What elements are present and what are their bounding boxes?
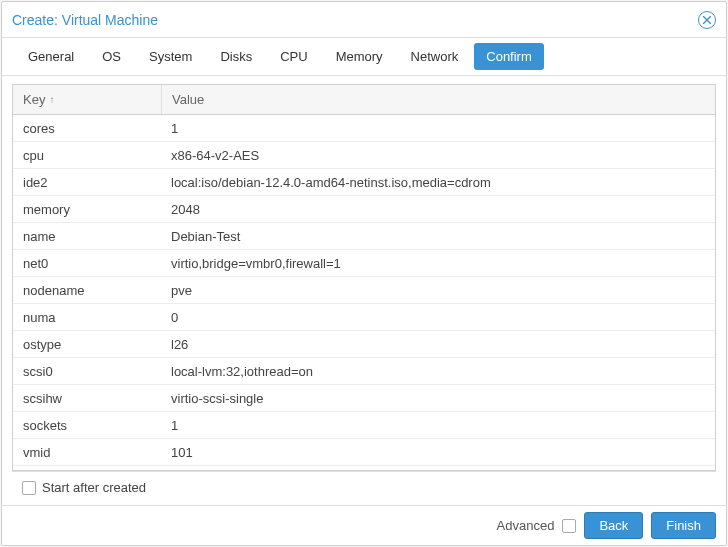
sort-asc-icon: ↑ <box>49 94 54 105</box>
tab-disks[interactable]: Disks <box>208 43 264 70</box>
finish-button[interactable]: Finish <box>651 512 716 539</box>
cell-value: 1 <box>161 121 715 136</box>
start-after-created-checkbox[interactable] <box>22 481 36 495</box>
cell-key: ide2 <box>13 175 161 190</box>
cell-key: net0 <box>13 256 161 271</box>
cell-value: virtio,bridge=vmbr0,firewall=1 <box>161 256 715 271</box>
cell-key: cpu <box>13 148 161 163</box>
tab-bar: General OS System Disks CPU Memory Netwo… <box>2 38 726 76</box>
cell-value: virtio-scsi-single <box>161 391 715 406</box>
cell-key: name <box>13 229 161 244</box>
table-row[interactable]: ostypel26 <box>13 331 715 358</box>
advanced-checkbox[interactable] <box>562 519 576 533</box>
cell-value: 0 <box>161 310 715 325</box>
cell-key: scsihw <box>13 391 161 406</box>
tab-general[interactable]: General <box>16 43 86 70</box>
cell-value: local:iso/debian-12.4.0-amd64-netinst.is… <box>161 175 715 190</box>
table-row[interactable]: numa0 <box>13 304 715 331</box>
dialog-footer: Advanced Back Finish <box>2 505 726 545</box>
cell-key: numa <box>13 310 161 325</box>
table-row[interactable]: sockets1 <box>13 412 715 439</box>
cell-key: vmid <box>13 445 161 460</box>
table-row[interactable]: scsihwvirtio-scsi-single <box>13 385 715 412</box>
table-row[interactable]: nameDebian-Test <box>13 223 715 250</box>
table-row[interactable]: cores1 <box>13 115 715 142</box>
create-vm-dialog: Create: Virtual Machine General OS Syste… <box>1 1 727 546</box>
cell-value: x86-64-v2-AES <box>161 148 715 163</box>
cell-value: Debian-Test <box>161 229 715 244</box>
dialog-title: Create: Virtual Machine <box>12 12 698 28</box>
advanced-label: Advanced <box>497 518 555 533</box>
column-header-value[interactable]: Value <box>161 85 715 114</box>
back-button[interactable]: Back <box>584 512 643 539</box>
table-row[interactable]: memory2048 <box>13 196 715 223</box>
tab-cpu[interactable]: CPU <box>268 43 319 70</box>
table-row[interactable]: nodenamepve <box>13 277 715 304</box>
cell-value: 101 <box>161 445 715 460</box>
column-header-key-label: Key <box>23 92 45 107</box>
table-row[interactable]: scsi0local-lvm:32,iothread=on <box>13 358 715 385</box>
close-icon[interactable] <box>698 11 716 29</box>
titlebar: Create: Virtual Machine <box>2 2 726 38</box>
column-header-value-label: Value <box>172 92 204 107</box>
cell-value: l26 <box>161 337 715 352</box>
cell-key: cores <box>13 121 161 136</box>
cell-value: local-lvm:32,iothread=on <box>161 364 715 379</box>
cell-key: nodename <box>13 283 161 298</box>
start-after-created-row: Start after created <box>12 471 716 501</box>
start-after-created-label: Start after created <box>42 480 146 495</box>
content-area: Key ↑ Value cores1cpux86-64-v2-AESide2lo… <box>2 76 726 505</box>
column-header-key[interactable]: Key ↑ <box>13 92 161 107</box>
cell-value: 1 <box>161 418 715 433</box>
cell-key: sockets <box>13 418 161 433</box>
cell-value: 2048 <box>161 202 715 217</box>
cell-key: ostype <box>13 337 161 352</box>
grid-header: Key ↑ Value <box>13 85 715 115</box>
table-row[interactable]: vmid101 <box>13 439 715 466</box>
table-row[interactable]: ide2local:iso/debian-12.4.0-amd64-netins… <box>13 169 715 196</box>
cell-key: scsi0 <box>13 364 161 379</box>
tab-confirm[interactable]: Confirm <box>474 43 544 70</box>
table-row[interactable]: cpux86-64-v2-AES <box>13 142 715 169</box>
summary-grid: Key ↑ Value cores1cpux86-64-v2-AESide2lo… <box>12 84 716 471</box>
tab-os[interactable]: OS <box>90 43 133 70</box>
cell-key: memory <box>13 202 161 217</box>
tab-system[interactable]: System <box>137 43 204 70</box>
tab-network[interactable]: Network <box>399 43 471 70</box>
table-row[interactable]: net0virtio,bridge=vmbr0,firewall=1 <box>13 250 715 277</box>
tab-memory[interactable]: Memory <box>324 43 395 70</box>
cell-value: pve <box>161 283 715 298</box>
